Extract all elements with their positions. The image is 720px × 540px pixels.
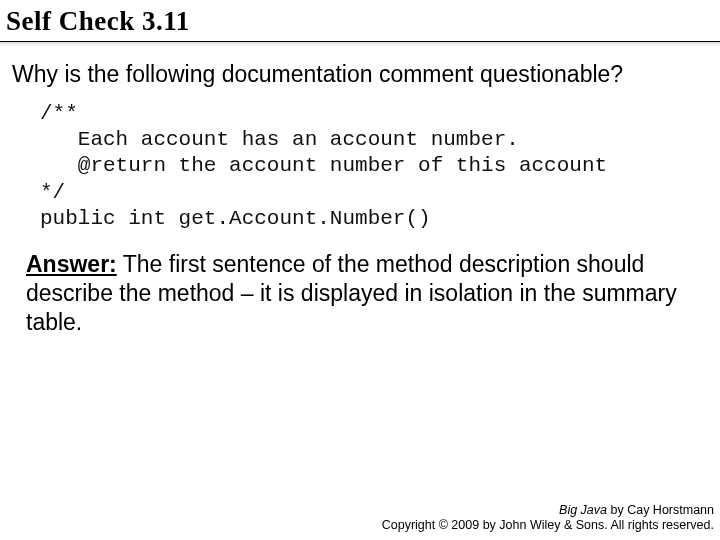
slide-title: Self Check 3.11 — [0, 0, 720, 39]
answer-paragraph: Answer: The first sentence of the method… — [0, 246, 720, 336]
footer-author: by Cay Horstmann — [607, 503, 714, 517]
footer-line-1: Big Java by Cay Horstmann — [382, 503, 714, 519]
slide: Self Check 3.11 Why is the following doc… — [0, 0, 720, 540]
footer: Big Java by Cay Horstmann Copyright © 20… — [382, 503, 714, 534]
footer-copyright: Copyright © 2009 by John Wiley & Sons. A… — [382, 518, 714, 534]
code-block: /** Each account has an account number. … — [0, 99, 720, 246]
question-text: Why is the following documentation comme… — [0, 60, 720, 99]
answer-label: Answer: — [26, 251, 117, 277]
footer-book-title: Big Java — [559, 503, 607, 517]
title-shadow — [0, 42, 720, 46]
answer-text: The first sentence of the method descrip… — [26, 251, 677, 335]
